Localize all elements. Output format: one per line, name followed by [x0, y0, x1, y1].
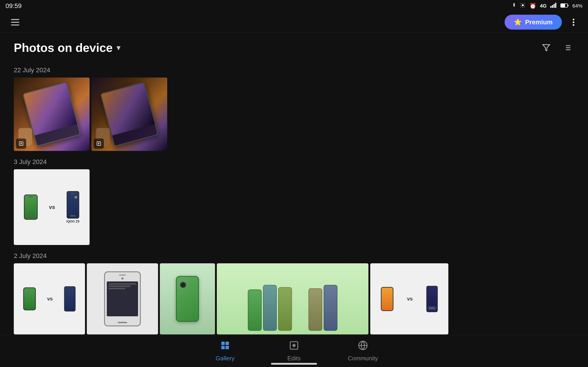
edit-badge — [16, 139, 26, 149]
tab-gallery[interactable]: Gallery — [209, 340, 241, 362]
photo-row — [14, 77, 574, 151]
gallery-icon — [220, 340, 230, 352]
photo-thumb[interactable]: vs — [14, 263, 85, 334]
photo-thumb[interactable]: vs iQOO Z9 — [14, 169, 90, 245]
photo-section-july22: 22 July 2024 — [14, 67, 574, 151]
edit-badge — [94, 139, 104, 149]
premium-button[interactable]: ⭐ Premium — [505, 15, 562, 30]
photo-row: vs iQOO Z9 — [14, 169, 574, 245]
photo-row: vs — [14, 263, 574, 334]
svg-rect-7 — [568, 5, 569, 6]
filter-button[interactable] — [539, 41, 553, 55]
bluetooth-icon — [511, 2, 516, 10]
svg-rect-20 — [221, 342, 225, 345]
edits-tab-label: Edits — [287, 355, 301, 362]
tab-edits[interactable]: Edits — [278, 340, 310, 362]
svg-rect-23 — [225, 346, 229, 349]
bottom-nav: Gallery Edits Community — [0, 335, 588, 367]
battery-icon — [561, 3, 569, 9]
brightness-icon — [520, 2, 526, 10]
more-options-button[interactable] — [567, 16, 580, 28]
svg-point-0 — [522, 4, 524, 6]
4g-icon: 4G — [540, 3, 547, 9]
photo-thumb[interactable] — [91, 77, 167, 151]
svg-marker-11 — [543, 45, 550, 51]
svg-point-10 — [573, 24, 574, 26]
app-bar: ⭐ Premium — [0, 12, 588, 33]
svg-rect-1 — [550, 6, 552, 8]
premium-label: Premium — [525, 19, 553, 26]
photo-thumb[interactable] — [217, 263, 368, 334]
alarm-icon: ⏰ — [529, 3, 536, 9]
status-time: 09:59 — [6, 2, 22, 10]
sort-button[interactable] — [561, 41, 574, 55]
menu-button[interactable] — [8, 15, 22, 29]
chevron-down-icon[interactable]: ▾ — [116, 43, 121, 52]
photo-thumb[interactable] — [160, 263, 215, 334]
nav-tabs: Gallery Edits Community — [209, 340, 379, 362]
nav-indicator — [271, 363, 317, 365]
date-label: 2 July 2024 — [14, 252, 574, 260]
status-icons: ⏰ 4G 64% — [511, 2, 582, 10]
photo-thumb[interactable] — [14, 77, 90, 151]
app-bar-right: ⭐ Premium — [505, 15, 580, 30]
edits-icon — [289, 340, 299, 352]
photo-section-july2: 2 July 2024 vs — [14, 252, 574, 334]
community-icon — [358, 340, 368, 352]
status-bar: 09:59 ⏰ 4G — [0, 0, 588, 12]
photo-section-july3: 3 July 2024 vs — [14, 158, 574, 245]
tab-community[interactable]: Community — [347, 340, 379, 362]
svg-point-9 — [573, 21, 574, 23]
photo-thumb[interactable] — [87, 263, 158, 334]
svg-rect-21 — [225, 342, 229, 345]
date-label: 3 July 2024 — [14, 158, 574, 166]
header-actions — [539, 41, 574, 55]
header-row: Photos on device ▾ — [14, 33, 574, 60]
svg-rect-2 — [552, 5, 553, 8]
svg-rect-3 — [553, 4, 555, 8]
svg-rect-6 — [561, 4, 565, 7]
community-tab-label: Community — [348, 355, 378, 362]
photo-thumb[interactable]: vs POCO — [370, 263, 448, 334]
svg-rect-4 — [555, 3, 556, 8]
date-label: 22 July 2024 — [14, 67, 574, 74]
battery-percent: 64% — [572, 3, 582, 9]
gallery-tab-label: Gallery — [216, 355, 234, 362]
svg-rect-22 — [221, 346, 225, 349]
signal-icon — [550, 3, 557, 9]
premium-star-icon: ⭐ — [514, 18, 522, 26]
page-title: Photos on device — [14, 41, 113, 55]
photos-title-group[interactable]: Photos on device ▾ — [14, 41, 121, 55]
svg-point-8 — [573, 19, 574, 20]
main-content: Photos on device ▾ 22 Ju — [0, 33, 588, 335]
